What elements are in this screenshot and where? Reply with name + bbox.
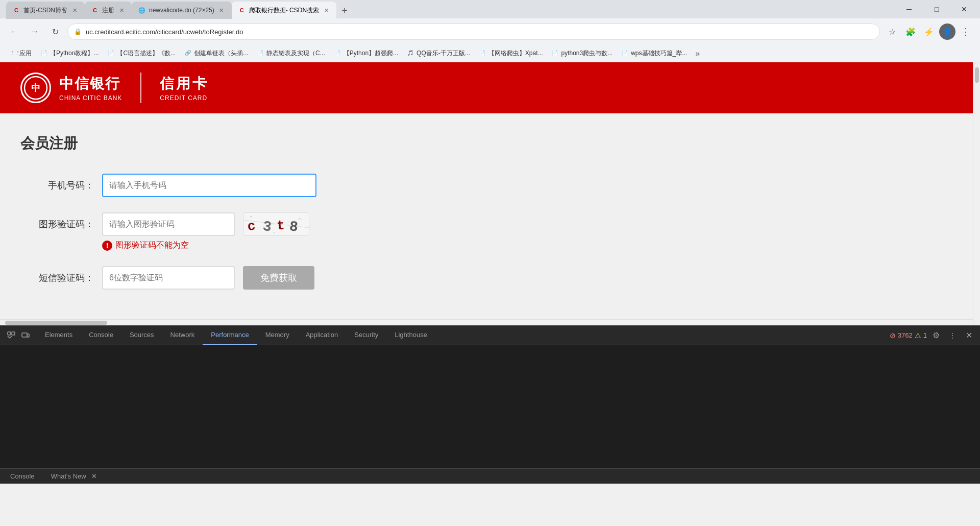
forward-button[interactable]: → — [27, 23, 43, 40]
devtools-responsive-button[interactable] — [18, 328, 33, 343]
svg-text:t: t — [276, 218, 285, 234]
bm-icon-9: 📄 — [622, 50, 629, 57]
devtools-inspect-button[interactable] — [4, 328, 18, 343]
bookmark-wps[interactable]: 📄 wps基础技巧篇_哔... — [618, 47, 691, 60]
devtools-tab-lighthouse[interactable]: Lighthouse — [386, 326, 435, 345]
address-input[interactable]: 🔒 uc.creditcard.ecitic.com/citiccard/ucw… — [67, 23, 880, 40]
devtools-console-tab[interactable]: Console — [6, 470, 39, 482]
horizontal-scrollbar[interactable] — [0, 319, 973, 325]
extension-puzzle-button[interactable]: 🧩 — [902, 23, 919, 40]
tab-close-1[interactable]: ✕ — [70, 6, 79, 14]
back-button[interactable]: ← — [6, 23, 22, 40]
credit-card-en: CREDIT CARD — [160, 94, 209, 102]
toolbar-actions: ☆ 🧩 ⚡ 👤 ⋮ — [884, 23, 974, 40]
bookmark-c-lang[interactable]: 📄 【C语言描述】《数... — [104, 47, 180, 60]
more-options-button[interactable]: ⋮ — [958, 23, 974, 40]
scrollbar-thumb[interactable] — [975, 67, 979, 83]
devtools-tab-sources[interactable]: Sources — [121, 326, 162, 345]
url-display: uc.creditcard.ecitic.com/citiccard/ucweb… — [86, 28, 873, 36]
tab-register[interactable]: C 注册 ✕ — [85, 2, 132, 19]
devtools-tab-memory[interactable]: Memory — [257, 326, 298, 345]
captcha-label: 图形验证码： — [20, 212, 102, 236]
bookmark-label-linklist: 创建单链表（头插... — [194, 49, 248, 58]
close-button[interactable]: ✕ — [952, 1, 976, 17]
svg-text:c: c — [247, 219, 256, 234]
bank-logo: 中 中信银行 CHINA CITIC BANK 信用卡 CREDIT CARD — [20, 73, 209, 103]
devtools-close-button[interactable]: ✕ — [962, 328, 976, 343]
address-bar: ← → ↻ 🔒 uc.creditcard.ecitic.com/citicca… — [0, 18, 980, 45]
devtools-tab-elements[interactable]: Elements — [37, 326, 81, 345]
bookmark-python2[interactable]: 📄 【Python】超强爬... — [330, 47, 402, 60]
devtools-tab-performance[interactable]: Performance — [203, 326, 257, 345]
devtools-tab-security[interactable]: Security — [346, 326, 386, 345]
bookmark-label-python: 【Python教程】... — [50, 49, 99, 58]
warning-badge: ⚠ 1 — [915, 331, 927, 340]
more-bookmarks-button[interactable]: » — [692, 47, 703, 60]
devtools-bottom-bar: Console What's New ✕ — [0, 468, 980, 484]
new-tab-button[interactable]: + — [336, 3, 353, 19]
minimize-button[interactable]: ─ — [897, 1, 921, 17]
bookmark-qq-music[interactable]: 🎵 QQ音乐-千万正版... — [403, 47, 474, 60]
bookmark-static-table[interactable]: 📄 静态链表及实现（C... — [253, 47, 329, 60]
error-icon: ! — [102, 241, 112, 251]
sms-input[interactable] — [102, 266, 235, 290]
maximize-button[interactable]: □ — [925, 1, 948, 17]
bookmark-label-static: 静态链表及实现（C... — [266, 49, 325, 58]
form-title: 会员注册 — [20, 134, 960, 153]
extension-button[interactable]: ⚡ — [921, 23, 937, 40]
bm-icon-2: 📄 — [108, 50, 115, 57]
phone-input[interactable] — [102, 174, 316, 197]
captcha-image[interactable]: c 3 t 8 — [243, 212, 309, 236]
svg-text:8: 8 — [288, 219, 299, 235]
captcha-controls: c 3 t 8 — [102, 212, 309, 251]
bank-name-cn: 中信银行 — [59, 74, 122, 93]
reload-button[interactable]: ↻ — [47, 23, 63, 40]
captcha-input[interactable] — [102, 212, 235, 236]
devtools-tab-console[interactable]: Console — [81, 326, 121, 345]
svg-text:中: 中 — [31, 83, 40, 93]
tab-newvalicode[interactable]: 🌐 newvalicode.do (72×25) ✕ — [132, 2, 232, 19]
bookmark-star-button[interactable]: ☆ — [884, 23, 900, 40]
devtools-whats-new-tab[interactable]: What's New ✕ — [47, 470, 103, 482]
svg-point-10 — [274, 232, 275, 233]
get-sms-button[interactable]: 免费获取 — [243, 266, 314, 290]
devtools-tab-network[interactable]: Network — [162, 326, 203, 345]
warning-count: 1 — [923, 331, 927, 339]
error-circle-icon: ⊘ — [890, 331, 896, 340]
captcha-row: 图形验证码： — [20, 212, 960, 251]
window-controls: ─ □ ✕ — [897, 1, 976, 17]
bookmark-xpat[interactable]: 📄 【网络爬虫】Xpat... — [475, 47, 547, 60]
lock-icon: 🔒 — [74, 28, 82, 35]
tab-title-4: 爬取银行数据- CSDN搜索 — [249, 6, 319, 15]
devtools-tab-application[interactable]: Application — [298, 326, 347, 345]
bank-name-en: CHINA CITIC BANK — [59, 94, 122, 102]
bank-name-block: 中信银行 CHINA CITIC BANK — [59, 74, 122, 102]
profile-button[interactable]: 👤 — [939, 23, 955, 40]
tab-csdn-search[interactable]: C 爬取银行数据- CSDN搜索 ✕ — [232, 2, 336, 19]
tab-close-3[interactable]: ✕ — [217, 6, 226, 14]
tab-favicon-2: C — [91, 6, 99, 14]
tab-title-3: newvalicode.do (72×25) — [149, 7, 214, 14]
bookmark-python3[interactable]: 📄 python3爬虫与数... — [548, 47, 617, 60]
devtools-more-button[interactable]: ⋮ — [945, 328, 960, 343]
bookmark-python[interactable]: 📄 【Python教程】... — [37, 47, 103, 60]
bookmark-label-wps: wps基础技巧篇_哔... — [631, 49, 687, 58]
bookmark-label-xpat: 【网络爬虫】Xpat... — [488, 49, 543, 58]
whats-new-close-icon[interactable]: ✕ — [89, 472, 99, 480]
h-scrollbar-thumb[interactable] — [5, 321, 107, 325]
website-content: 中 中信银行 CHINA CITIC BANK 信用卡 CREDIT CARD — [0, 62, 980, 325]
phone-controls — [102, 174, 316, 197]
svg-rect-15 — [27, 334, 29, 337]
svg-rect-14 — [22, 333, 27, 337]
tab-close-4[interactable]: ✕ — [322, 6, 330, 14]
tab-csdn-home[interactable]: C 首页-CSDN博客 ✕ — [6, 2, 85, 19]
sms-input-row: 免费获取 — [102, 266, 314, 290]
error-badge: ⊘ 3762 — [890, 331, 913, 340]
bookmark-linklist[interactable]: 🔗 创建单链表（头插... — [181, 47, 252, 60]
bookmark-label-python2: 【Python】超强爬... — [344, 49, 398, 58]
error-text: 图形验证码不能为空 — [115, 240, 189, 251]
bookmark-apps[interactable]: ⋮⋮ 应用 — [6, 47, 36, 60]
right-scrollbar[interactable] — [973, 62, 980, 325]
tab-close-2[interactable]: ✕ — [117, 6, 126, 14]
devtools-settings-button[interactable]: ⚙ — [929, 328, 943, 343]
